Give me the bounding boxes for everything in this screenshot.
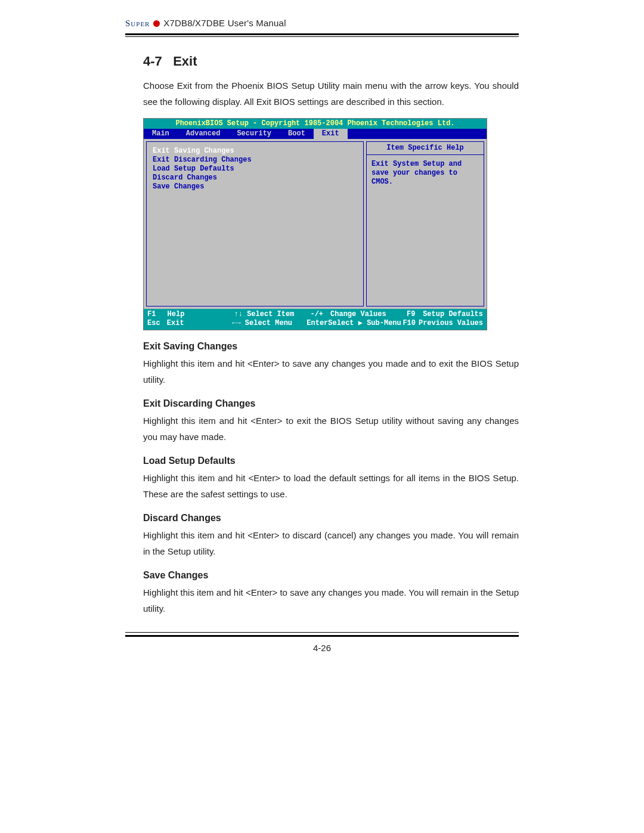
key-change-values: Change Values: [330, 310, 407, 319]
bios-menu-exit-discarding[interactable]: Exit Discarding Changes: [153, 156, 357, 165]
subsection-title-3: Discard Changes: [143, 513, 519, 524]
bios-tab-advanced[interactable]: Advanced: [178, 129, 229, 139]
page-header: Super X7DB8/X7DBE User's Manual: [125, 18, 519, 31]
brand-dot-icon: [153, 20, 160, 27]
footer-rule-thick: [125, 635, 519, 637]
subsection-title-1: Exit Discarding Changes: [143, 398, 519, 409]
bios-tab-main[interactable]: Main: [144, 129, 178, 139]
key-enter: Enter: [306, 319, 328, 328]
subsection-body-0: Highlight this item and hit <Enter> to s…: [143, 355, 519, 388]
bios-tab-security[interactable]: Security: [228, 129, 280, 139]
subsection-title-0: Exit Saving Changes: [143, 341, 519, 352]
bios-tab-exit[interactable]: Exit: [314, 129, 348, 139]
subsection-title-2: Load Setup Defaults: [143, 456, 519, 466]
key-leftright: [209, 319, 232, 328]
footer-rule-thin: [125, 632, 519, 633]
key-f1: F1: [147, 310, 168, 319]
subsection-body-1: Highlight this item and hit <Enter> to e…: [143, 413, 519, 445]
bios-help-title: Item Specific Help: [367, 142, 484, 155]
section-title: Exit: [173, 54, 197, 69]
key-f1-action: Help: [168, 310, 210, 319]
subsection-body-4: Highlight this item and hit <Enter> to s…: [143, 584, 519, 617]
key-minus-plus: -/+: [310, 310, 330, 319]
key-esc-action: Exit: [167, 319, 209, 328]
bios-screenshot: PhoenixBIOS Setup - Copyright 1985-2004 …: [143, 118, 487, 330]
manual-title: X7DB8/X7DBE User's Manual: [163, 18, 286, 28]
bios-footer-line1: F1 Help ↑↓ Select Item -/+ Change Values…: [147, 310, 483, 319]
header-rule-thick: [125, 33, 519, 35]
bios-menu-exit-saving[interactable]: Exit Saving Changes: [153, 147, 357, 156]
key-esc: Esc: [147, 319, 167, 328]
key-f9-action: Setup Defaults: [423, 310, 483, 319]
bios-help-body: Exit System Setup and save your changes …: [367, 155, 484, 191]
key-f9: F9: [407, 310, 423, 319]
subsection-body-2: Highlight this item and hit <Enter> to l…: [143, 470, 519, 502]
section-heading: 4-7 Exit: [143, 54, 519, 69]
key-f10: F10: [402, 319, 419, 328]
bios-titlebar: PhoenixBIOS Setup - Copyright 1985-2004 …: [144, 119, 487, 129]
key-updown-action: ↑↓ Select Item: [234, 310, 311, 319]
bios-tab-boot[interactable]: Boot: [280, 129, 314, 139]
bios-menu-discard-changes[interactable]: Discard Changes: [153, 174, 357, 182]
bios-menu-pane: Exit Saving Changes Exit Discarding Chan…: [146, 141, 364, 306]
subsection-title-4: Save Changes: [143, 570, 519, 581]
subsection-body-3: Highlight this item and hit <Enter> to d…: [143, 527, 519, 559]
bios-tabbar: Main Advanced Security Boot Exit: [144, 129, 487, 139]
brand-logo-text: Super: [125, 18, 150, 28]
key-f10-action: Previous Values: [419, 319, 483, 328]
bios-footer-line2: Esc Exit ←→ Select Menu Enter Select ▶ S…: [147, 319, 483, 328]
bios-menu-save-changes[interactable]: Save Changes: [153, 182, 357, 191]
key-leftright-action: ←→ Select Menu: [232, 319, 306, 328]
bios-body: Exit Saving Changes Exit Discarding Chan…: [144, 139, 487, 309]
key-enter-action: Select ▶ Sub-Menu: [328, 319, 402, 328]
bios-help-pane: Item Specific Help Exit System Setup and…: [366, 141, 484, 306]
bios-menu-load-defaults[interactable]: Load Setup Defaults: [153, 165, 357, 174]
key-updown: [210, 310, 234, 319]
page-content: 4-7 Exit Choose Exit from the Phoenix BI…: [125, 37, 519, 631]
section-intro: Choose Exit from the Phoenix BIOS Setup …: [143, 78, 519, 110]
bios-footer-keys: F1 Help ↑↓ Select Item -/+ Change Values…: [144, 309, 487, 330]
section-number: 4-7: [143, 54, 162, 69]
page-number: 4-26: [125, 643, 519, 653]
manual-page: Super X7DB8/X7DBE User's Manual 4-7 Exit…: [107, 0, 537, 665]
